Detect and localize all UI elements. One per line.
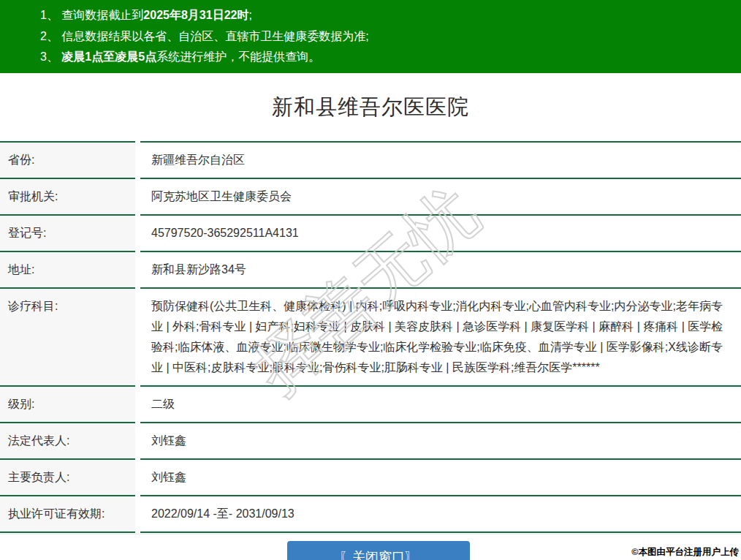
row-value: 2022/09/14 -至- 2031/09/13: [140, 495, 741, 533]
notice-text: 2、 信息数据结果以各省、自治区、直辖市卫生健康委数据为准;: [40, 30, 369, 42]
table-row: 地址: 新和县新沙路34号: [0, 251, 741, 287]
column-gap: [135, 141, 140, 178]
notice-text: 3、: [40, 50, 61, 63]
column-gap: [135, 458, 140, 495]
column-gap: [135, 385, 140, 422]
row-value: 刘钰鑫: [140, 422, 741, 458]
column-gap: [135, 251, 140, 287]
row-value: 预防保健科(公共卫生科、健康体检科) | 内科;呼吸内科专业;消化内科专业;心血…: [140, 287, 741, 385]
row-value: 刘钰鑫: [140, 458, 741, 495]
table-row: 执业许可证有效期: 2022/09/14 -至- 2031/09/13: [0, 495, 741, 533]
row-value: 新疆维吾尔自治区: [140, 141, 741, 178]
notice-text: 1、 查询数据截止到: [40, 9, 143, 21]
table-row: 审批机关: 阿克苏地区卫生健康委员会: [0, 178, 741, 214]
info-table: 省份: 新疆维吾尔自治区 审批机关: 阿克苏地区卫生健康委员会 登记号: 457…: [0, 141, 741, 533]
column-gap: [135, 495, 140, 533]
notice-line: 3、 凌晨1点至凌晨5点系统进行维护，不能提供查询。: [40, 47, 734, 68]
footer-area: 〖关闭窗口〗: [0, 534, 741, 560]
table-row: 级别: 二级: [0, 385, 741, 422]
table-row: 诊疗科目: 预防保健科(公共卫生科、健康体检科) | 内科;呼吸内科专业;消化内…: [0, 287, 741, 385]
row-value: 45797520-365292511A4131: [140, 214, 741, 251]
notice-line: 2、 信息数据结果以各省、自治区、直辖市卫生健康委数据为准;: [40, 26, 734, 48]
row-label: 审批机关:: [0, 178, 135, 214]
table-row: 法定代表人: 刘钰鑫: [0, 422, 741, 458]
row-value: 二级: [140, 385, 741, 422]
row-label: 级别:: [0, 385, 135, 422]
table-row: 省份: 新疆维吾尔自治区: [0, 141, 741, 178]
row-value: 阿克苏地区卫生健康委员会: [140, 178, 741, 214]
row-label: 地址:: [0, 251, 135, 287]
column-gap: [135, 287, 140, 385]
notice-text-tail: 系统进行维护，不能提供查询。: [156, 50, 320, 63]
row-label: 登记号:: [0, 214, 135, 251]
table-row: 主要负责人: 刘钰鑫: [0, 458, 741, 495]
column-gap: [135, 178, 140, 214]
row-value: 新和县新沙路34号: [140, 251, 741, 287]
notice-text-bold: 凌晨1点至凌晨5点: [61, 50, 156, 63]
row-label: 省份:: [0, 141, 135, 178]
credit-note: ©本图由平台注册用户上传: [631, 546, 739, 559]
notice-text-bold: 2025年8月31日22时: [143, 9, 248, 21]
notice-bar: 1、 查询数据截止到2025年8月31日22时; 2、 信息数据结果以各省、自治…: [0, 0, 741, 73]
column-gap: [135, 214, 140, 251]
row-label: 诊疗科目:: [0, 287, 135, 385]
notice-text-tail: ;: [248, 9, 251, 21]
row-label: 主要负责人:: [0, 458, 135, 495]
row-label: 执业许可证有效期:: [0, 495, 135, 533]
column-gap: [135, 422, 140, 458]
notice-line: 1、 查询数据截止到2025年8月31日22时;: [40, 5, 734, 26]
row-label: 法定代表人:: [0, 422, 135, 458]
table-row: 登记号: 45797520-365292511A4131: [0, 214, 741, 251]
page-title: 新和县维吾尔医医院: [0, 93, 741, 122]
close-window-button[interactable]: 〖关闭窗口〗: [287, 541, 470, 560]
